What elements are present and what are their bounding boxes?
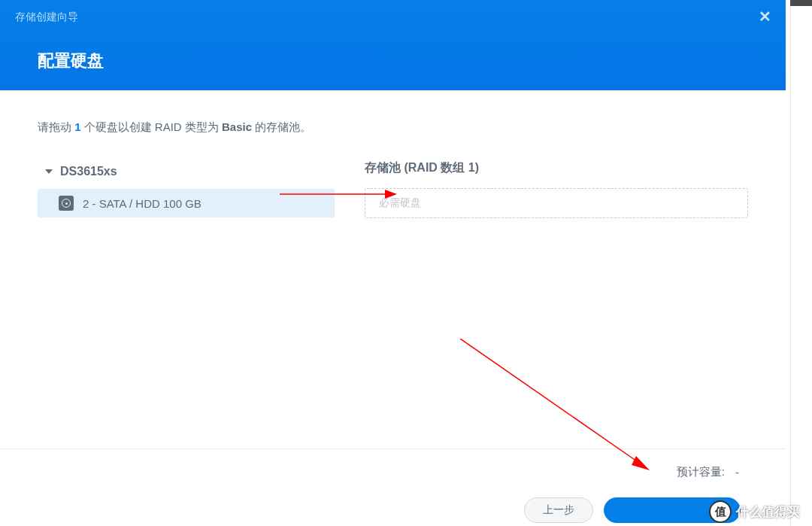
instruction-count: 1 [74, 120, 80, 133]
device-name: DS3615xs [60, 165, 117, 178]
hdd-icon [59, 196, 74, 211]
capacity-row: 预计容量: - [677, 465, 739, 479]
wizard-breadcrumb: 存储创建向导 [15, 11, 771, 24]
device-tree-node[interactable]: DS3615xs [38, 160, 335, 183]
caret-down-icon [45, 169, 53, 174]
drop-zone-placeholder: 必需硬盘 [379, 196, 421, 208]
disk-item[interactable]: 2 - SATA / HDD 100 GB [38, 189, 335, 217]
right-edge [790, 0, 812, 526]
divider [0, 448, 786, 449]
instruction-text: 请拖动 1 个硬盘以创建 RAID 类型为 Basic 的存储池。 [38, 120, 748, 135]
capacity-value: - [735, 466, 739, 479]
wizard-header: 存储创建向导 配置硬盘 ✕ [0, 0, 786, 90]
instruction-type: Basic [222, 120, 252, 133]
watermark: 值 什么值得买 [709, 500, 800, 523]
instruction-mid: 个硬盘以创建 RAID 类型为 [81, 120, 223, 133]
svg-line-2 [460, 339, 639, 463]
instruction-suffix: 的存储池。 [252, 120, 311, 133]
capacity-label: 预计容量: [677, 465, 725, 479]
columns: DS3615xs 2 - SATA / HDD 100 GB 存储池 (RAID… [38, 160, 748, 218]
storage-wizard: 存储创建向导 配置硬盘 ✕ 请拖动 1 个硬盘以创建 RAID 类型为 Basi… [0, 0, 786, 526]
source-disks-panel: DS3615xs 2 - SATA / HDD 100 GB [38, 160, 335, 218]
button-row: 上一步 [524, 497, 741, 523]
annotation-arrow-icon [460, 339, 656, 482]
disk-label: 2 - SATA / HDD 100 GB [83, 197, 201, 210]
prev-button[interactable]: 上一步 [524, 497, 593, 523]
wizard-content: 请拖动 1 个硬盘以创建 RAID 类型为 Basic 的存储池。 DS3615… [0, 90, 786, 218]
pool-drop-zone[interactable]: 必需硬盘 [365, 188, 748, 218]
close-icon[interactable]: ✕ [757, 9, 772, 24]
pool-panel: 存储池 (RAID 数组 1) 必需硬盘 [365, 160, 748, 218]
instruction-prefix: 请拖动 [38, 120, 74, 133]
watermark-text: 什么值得买 [736, 503, 800, 521]
page-title: 配置硬盘 [38, 50, 771, 72]
watermark-badge: 值 [709, 500, 732, 523]
svg-marker-3 [632, 456, 650, 470]
right-edge-top [790, 0, 812, 6]
pool-title: 存储池 (RAID 数组 1) [365, 160, 748, 176]
